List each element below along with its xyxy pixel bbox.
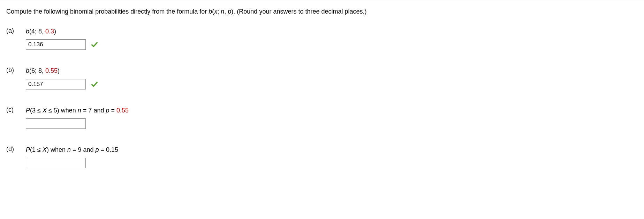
d-eq1: = 9 and xyxy=(71,146,96,153)
part-b: (b) b(6; 8, 0.55) xyxy=(6,67,638,89)
part-a: (a) b(4; 8, 0.3) xyxy=(6,27,638,50)
part-b-answer-input[interactable] xyxy=(26,79,86,89)
a-close: ) xyxy=(54,28,56,35)
b-pval: 0.55 xyxy=(45,67,58,74)
instr-close: ). (Round your answers to three decimal … xyxy=(231,8,366,15)
part-a-label: (a) xyxy=(6,27,26,34)
d-P: P xyxy=(26,146,30,153)
part-d-label: (d) xyxy=(6,146,26,153)
instr-b: b xyxy=(209,8,212,15)
c-n: n xyxy=(78,107,81,114)
c-X: X xyxy=(43,107,47,114)
b-close: ) xyxy=(58,67,60,74)
c-eq2: = xyxy=(109,107,116,114)
d-n: n xyxy=(67,146,71,153)
c-pval: 0.55 xyxy=(116,107,129,114)
part-c-label: (c) xyxy=(6,106,26,114)
part-b-expression: b(6; 8, 0.55) xyxy=(26,67,60,75)
part-d: (d) P(1 ≤ X) when n = 9 and p = 0.15 xyxy=(6,146,638,168)
a-pval: 0.3 xyxy=(45,28,54,35)
d-open: (1 ≤ xyxy=(30,146,43,153)
d-p: p xyxy=(96,146,99,153)
part-a-expression: b(4; 8, 0.3) xyxy=(26,27,56,36)
c-P: P xyxy=(26,107,30,114)
d-eq2: = 0.15 xyxy=(99,146,119,153)
b-open: (6; 8, xyxy=(29,67,45,74)
part-c-answer-input[interactable] xyxy=(26,118,86,129)
c-mid: ≤ 5) when xyxy=(47,107,78,114)
part-c: (c) P(3 ≤ X ≤ 5) when n = 7 and p = 0.55 xyxy=(6,106,638,129)
part-d-expression: P(1 ≤ X) when n = 9 and p = 0.15 xyxy=(26,146,118,154)
instr-n: n xyxy=(221,8,224,15)
instr-sep2: , xyxy=(224,8,228,15)
c-p: p xyxy=(106,107,109,114)
c-eq1: = 7 and xyxy=(81,107,106,114)
c-open: (3 ≤ xyxy=(30,107,43,114)
instr-sep1: ; xyxy=(217,8,221,15)
a-open: (4; 8, xyxy=(29,28,45,35)
instr-p: p xyxy=(228,8,231,15)
part-a-answer-input[interactable] xyxy=(26,39,86,50)
a-b: b xyxy=(26,28,29,35)
check-icon xyxy=(91,41,98,48)
d-X: X xyxy=(43,146,47,153)
part-c-expression: P(3 ≤ X ≤ 5) when n = 7 and p = 0.55 xyxy=(26,106,129,115)
instructions: Compute the following binomial probabili… xyxy=(6,7,638,16)
instr-pre: Compute the following binomial probabili… xyxy=(6,8,209,15)
part-d-answer-input[interactable] xyxy=(26,158,86,168)
instr-x: x xyxy=(214,8,217,15)
check-icon xyxy=(91,80,98,88)
b-b: b xyxy=(26,67,29,74)
part-b-label: (b) xyxy=(6,67,26,74)
d-mid: ) when xyxy=(47,146,67,153)
question-page: Compute the following binomial probabili… xyxy=(0,0,644,219)
